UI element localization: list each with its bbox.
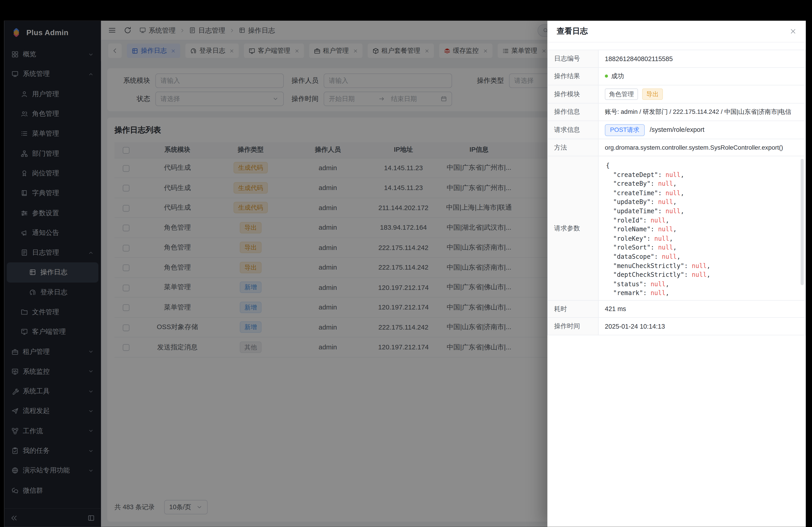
duration-value: 421 ms <box>598 300 806 318</box>
code-scrollbar <box>800 159 804 298</box>
request-params-cell: {"createDept": null,"createBy": null,"cr… <box>598 156 806 300</box>
field-label: 操作结果 <box>548 67 598 85</box>
field-label: 操作时间 <box>548 318 598 335</box>
close-icon[interactable] <box>790 28 796 35</box>
request-value: POST请求/system/role/export <box>598 121 806 139</box>
field-label: 请求参数 <box>548 156 598 300</box>
field-label: 操作模块 <box>548 85 598 103</box>
log-detail-table: 日志编号 1882612840802115585 操作结果 成功 操作模块 角色… <box>548 49 806 335</box>
field-label: 日志编号 <box>548 50 598 67</box>
request-params-json: {"createDept": null,"createBy": null,"cr… <box>599 156 805 300</box>
module-tag: 角色管理 <box>605 89 638 100</box>
drawer-header: 查看日志 <box>548 21 806 42</box>
action-tag: 导出 <box>642 89 663 100</box>
result-value: 成功 <box>598 67 806 85</box>
log-detail-drawer: 查看日志 日志编号 1882612840802115585 操作结果 成功 操作… <box>548 21 806 527</box>
code-scrollbar-thumb[interactable] <box>800 159 804 285</box>
request-url: /system/role/export <box>650 126 705 133</box>
field-label: 方法 <box>548 139 598 156</box>
success-dot-icon <box>605 75 608 78</box>
operation-info-value: 账号: admin / 研发部门 / 222.175.114.242 / 中国|… <box>598 103 806 121</box>
field-label: 操作信息 <box>548 103 598 121</box>
result-text: 成功 <box>611 72 624 79</box>
field-label: 耗时 <box>548 300 598 318</box>
operation-time-value: 2025-01-24 10:14:13 <box>598 318 806 335</box>
drawer-title: 查看日志 <box>557 26 588 36</box>
module-value: 角色管理导出 <box>598 85 806 103</box>
screen: Plus Admin 概览系统管理用户管理角色管理菜单管理部门管理岗位管理字典管… <box>0 0 812 527</box>
post-method-tag: POST请求 <box>605 124 644 136</box>
log-id-value: 1882612840802115585 <box>598 50 806 67</box>
app-window: Plus Admin 概览系统管理用户管理角色管理菜单管理部门管理岗位管理字典管… <box>4 21 806 527</box>
drawer-body: 日志编号 1882612840802115585 操作结果 成功 操作模块 角色… <box>548 42 806 335</box>
field-label: 请求信息 <box>548 121 598 139</box>
method-value: org.dromara.system.controller.system.Sys… <box>598 139 806 156</box>
